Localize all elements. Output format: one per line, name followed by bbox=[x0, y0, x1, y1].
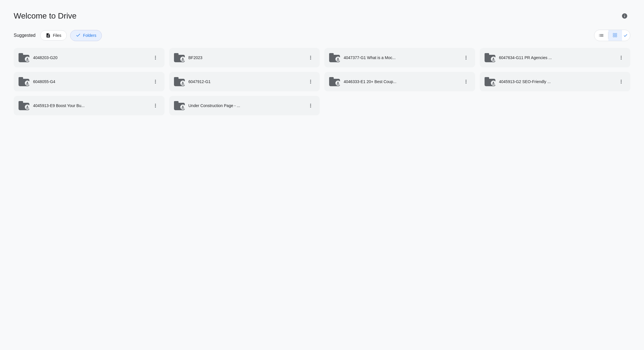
shared-folder-icon bbox=[329, 53, 340, 62]
shared-person-badge bbox=[335, 81, 341, 86]
folder-more-button[interactable] bbox=[151, 101, 160, 110]
files-icon bbox=[46, 33, 51, 38]
more-vert-icon bbox=[153, 103, 158, 108]
folder-tab bbox=[485, 53, 489, 55]
folder-tab bbox=[19, 101, 23, 103]
more-vert-icon bbox=[153, 79, 158, 85]
folder-tab bbox=[19, 53, 23, 55]
folder-item[interactable]: 4045913-E9 Boost Your Bu... bbox=[14, 96, 165, 115]
folder-more-button[interactable] bbox=[461, 53, 471, 62]
view-toggle bbox=[594, 30, 630, 41]
shared-folder-icon bbox=[485, 77, 495, 86]
folder-tab bbox=[174, 77, 179, 79]
folder-item[interactable]: 4047377-G1 What is a Moc... bbox=[324, 48, 475, 67]
folder-item[interactable]: 6048055-G4 bbox=[14, 72, 165, 91]
shared-folder-icon bbox=[19, 101, 29, 110]
shared-person-badge bbox=[491, 81, 496, 86]
shared-folder-icon bbox=[174, 53, 185, 62]
folder-more-button[interactable] bbox=[461, 77, 471, 86]
folder-item[interactable]: BF2023 bbox=[169, 48, 320, 67]
folder-icon-wrap bbox=[174, 76, 185, 87]
person-icon bbox=[181, 105, 185, 109]
shared-folder-icon bbox=[329, 77, 340, 86]
folders-label: Folders bbox=[83, 33, 96, 38]
folders-grid: 4048203-G20 BF2023 bbox=[14, 48, 630, 115]
shared-person-badge bbox=[25, 104, 30, 110]
person-icon bbox=[25, 57, 29, 61]
list-view-button[interactable] bbox=[594, 30, 608, 41]
folder-icon-wrap bbox=[484, 76, 496, 87]
folder-more-button[interactable] bbox=[306, 53, 315, 62]
folder-more-button[interactable] bbox=[306, 101, 315, 110]
folder-name: 6047912-G1 bbox=[189, 79, 303, 84]
shared-folder-icon bbox=[174, 77, 185, 86]
shared-person-badge bbox=[25, 57, 30, 62]
folder-icon-wrap bbox=[484, 52, 496, 63]
grid-check-icon bbox=[622, 33, 630, 38]
folder-icon-wrap bbox=[18, 52, 30, 63]
person-icon bbox=[25, 81, 29, 85]
folder-tab bbox=[174, 101, 179, 103]
folder-more-button[interactable] bbox=[617, 77, 626, 86]
folder-item[interactable]: 6047634-G11 PR Agencies ... bbox=[480, 48, 631, 67]
more-vert-icon bbox=[153, 55, 158, 61]
shared-person-badge bbox=[180, 81, 185, 86]
person-icon bbox=[336, 81, 340, 85]
suggested-label: Suggested bbox=[14, 33, 36, 38]
person-icon bbox=[491, 57, 495, 61]
folder-name: 6047634-G11 PR Agencies ... bbox=[499, 55, 613, 60]
shared-folder-icon bbox=[19, 53, 29, 62]
grid-icon bbox=[612, 33, 618, 38]
files-label: Files bbox=[53, 33, 62, 38]
folder-tab bbox=[174, 53, 179, 55]
folder-tab bbox=[329, 77, 334, 79]
person-icon bbox=[181, 57, 185, 61]
folder-item[interactable]: Under Construction Page - ... bbox=[169, 96, 320, 115]
folder-more-button[interactable] bbox=[617, 53, 626, 62]
grid-view-button[interactable] bbox=[608, 30, 622, 41]
folder-name: 4045913-G2 SEO-Friendly ... bbox=[499, 79, 613, 84]
folder-item[interactable]: 4048203-G20 bbox=[14, 48, 165, 67]
folder-name: 6048055-G4 bbox=[33, 79, 147, 84]
folder-more-button[interactable] bbox=[151, 77, 160, 86]
person-icon bbox=[336, 57, 340, 61]
filter-left: Suggested Files Folders bbox=[14, 30, 102, 41]
folder-item[interactable]: 4045913-G2 SEO-Friendly ... bbox=[480, 72, 631, 91]
shared-person-badge bbox=[180, 104, 185, 110]
folder-icon-wrap bbox=[18, 100, 30, 111]
more-vert-icon bbox=[618, 79, 624, 85]
page-title: Welcome to Drive bbox=[14, 11, 630, 21]
folder-tab bbox=[329, 53, 334, 55]
folder-more-button[interactable] bbox=[306, 77, 315, 86]
folder-tab bbox=[485, 77, 489, 79]
folder-icon-wrap bbox=[329, 52, 340, 63]
folder-more-button[interactable] bbox=[151, 53, 160, 62]
person-icon bbox=[181, 81, 185, 85]
folder-icon-wrap bbox=[329, 76, 340, 87]
person-icon bbox=[25, 105, 29, 109]
more-vert-icon bbox=[463, 79, 469, 85]
shared-person-badge bbox=[180, 57, 185, 62]
folder-name: Under Construction Page - ... bbox=[189, 103, 303, 108]
shared-person-badge bbox=[491, 57, 496, 62]
folder-item[interactable]: 4046333-E1 20+ Best Coup... bbox=[324, 72, 475, 91]
folder-name: BF2023 bbox=[189, 55, 303, 60]
folder-name: 4046333-E1 20+ Best Coup... bbox=[344, 79, 458, 84]
shared-folder-icon bbox=[19, 77, 29, 86]
shared-person-badge bbox=[25, 81, 30, 86]
folder-name: 4047377-G1 What is a Moc... bbox=[344, 55, 458, 60]
filter-row: Suggested Files Folders bbox=[14, 30, 630, 41]
folder-icon-wrap bbox=[174, 52, 185, 63]
shared-folder-icon bbox=[485, 53, 495, 62]
more-vert-icon bbox=[618, 55, 624, 61]
shared-folder-icon bbox=[174, 101, 185, 110]
more-vert-icon bbox=[463, 55, 469, 61]
folder-tab bbox=[19, 77, 23, 79]
folder-item[interactable]: 6047912-G1 bbox=[169, 72, 320, 91]
folders-filter-button[interactable]: Folders bbox=[70, 30, 102, 41]
folder-name: 4045913-E9 Boost Your Bu... bbox=[33, 103, 147, 108]
more-vert-icon bbox=[308, 55, 313, 61]
files-filter-button[interactable]: Files bbox=[40, 30, 67, 41]
folder-icon-wrap bbox=[18, 76, 30, 87]
info-button[interactable] bbox=[619, 10, 630, 22]
